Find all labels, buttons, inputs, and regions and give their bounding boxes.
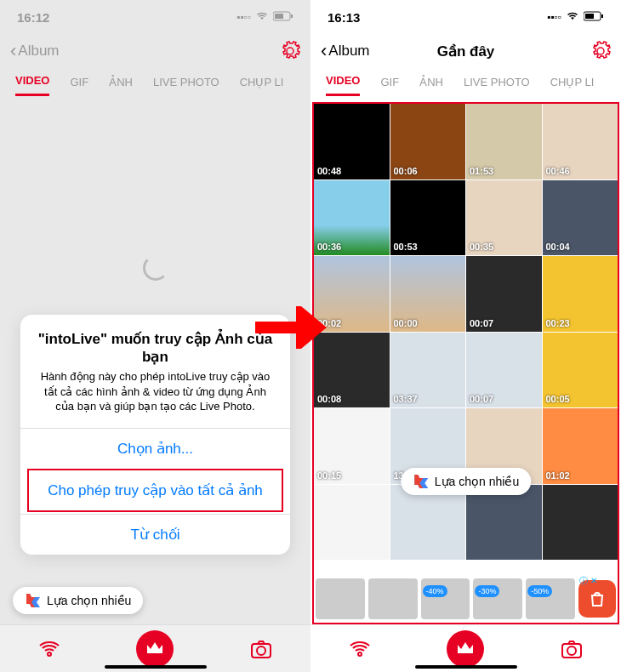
signal-icon: ▪▪▫▫ bbox=[547, 11, 561, 23]
video-thumb[interactable]: 00:23 bbox=[543, 256, 618, 332]
video-thumb[interactable]: 00:00 bbox=[390, 256, 466, 332]
wifi-icon[interactable] bbox=[348, 637, 372, 661]
dialog-allow-all-button[interactable]: Cho phép truy cập vào tất cả ảnh bbox=[27, 469, 283, 512]
battery-icon bbox=[273, 11, 293, 24]
ad-item[interactable]: -50% bbox=[526, 578, 575, 619]
status-bar: 16:12 ▪▪▫▫ bbox=[0, 0, 310, 34]
status-time: 16:12 bbox=[17, 10, 49, 25]
crown-icon bbox=[145, 641, 164, 657]
multi-select-label: Lựa chọn nhiều bbox=[47, 594, 131, 607]
video-thumb[interactable] bbox=[390, 485, 466, 561]
tab-video[interactable]: VIDEO bbox=[15, 74, 49, 96]
back-button[interactable]: ‹ Album bbox=[10, 40, 60, 62]
tab-gif[interactable]: GIF bbox=[70, 76, 88, 95]
dialog-title: "intoLive" muốn truy cập Ảnh của bạn bbox=[20, 315, 290, 369]
back-button[interactable]: ‹ Album bbox=[321, 40, 370, 62]
tab-livephoto[interactable]: LIVE PHOTO bbox=[464, 76, 530, 95]
ad-strip: -40% -30% -50% ⓘ ✕ bbox=[314, 575, 618, 623]
tab-chup[interactable]: CHỤP LI bbox=[550, 76, 595, 95]
page-title: Gần đây bbox=[437, 43, 495, 60]
camera-icon[interactable] bbox=[249, 637, 273, 661]
ad-item[interactable]: -40% bbox=[421, 578, 470, 619]
flag-icon bbox=[413, 475, 430, 488]
video-thumb[interactable]: 00:06 bbox=[390, 104, 466, 179]
multi-select-button[interactable]: Lựa chọn nhiều bbox=[401, 468, 531, 495]
header: ‹ Album bbox=[0, 34, 310, 68]
camera-icon[interactable] bbox=[560, 637, 584, 661]
arrow-annotation bbox=[255, 306, 332, 352]
back-label: Album bbox=[328, 43, 369, 60]
discount-badge: -40% bbox=[423, 585, 447, 597]
tab-anh[interactable]: ẢNH bbox=[419, 76, 443, 95]
video-thumb[interactable]: 01:02 bbox=[543, 408, 618, 484]
duration-label: 00:05 bbox=[546, 394, 570, 404]
video-thumb[interactable]: 00:46 bbox=[543, 104, 618, 179]
duration-label: 00:00 bbox=[394, 318, 418, 328]
dialog-deny-button[interactable]: Từ chối bbox=[20, 514, 290, 555]
ad-item[interactable] bbox=[316, 578, 365, 619]
chevron-left-icon: ‹ bbox=[10, 40, 16, 62]
status-indicators: ▪▪▫▫ bbox=[547, 11, 604, 24]
chevron-left-icon: ‹ bbox=[321, 40, 327, 62]
tab-chup[interactable]: CHỤP LI bbox=[240, 76, 284, 95]
duration-label: 03:37 bbox=[394, 394, 418, 404]
discount-badge: -50% bbox=[527, 585, 552, 597]
video-thumb[interactable]: 00:35 bbox=[466, 180, 542, 256]
video-thumb[interactable]: 00:07 bbox=[466, 256, 542, 332]
duration-label: 01:02 bbox=[546, 470, 570, 481]
duration-label: 01:53 bbox=[470, 166, 493, 176]
video-thumb[interactable]: 00:04 bbox=[543, 180, 618, 256]
gear-icon[interactable] bbox=[280, 41, 300, 61]
video-thumb[interactable]: 00:48 bbox=[314, 104, 390, 179]
tab-livephoto[interactable]: LIVE PHOTO bbox=[153, 76, 219, 95]
svg-rect-7 bbox=[601, 14, 603, 18]
status-time: 16:13 bbox=[328, 10, 360, 25]
permission-dialog: "intoLive" muốn truy cập Ảnh của bạn Hàn… bbox=[20, 315, 290, 555]
video-thumb[interactable]: 00:05 bbox=[543, 333, 618, 408]
battery-icon bbox=[584, 11, 604, 24]
video-thumb[interactable]: 00:07 bbox=[466, 333, 542, 408]
video-thumb[interactable]: 03:37 bbox=[390, 333, 466, 408]
video-thumb[interactable]: 00:15 bbox=[314, 408, 390, 484]
ad-item[interactable]: -30% bbox=[473, 578, 522, 619]
duration-label: 00:36 bbox=[317, 242, 341, 252]
multi-select-button[interactable]: Lựa chọn nhiều bbox=[13, 587, 143, 614]
dialog-select-photos-button[interactable]: Chọn ảnh... bbox=[20, 428, 290, 469]
crown-icon bbox=[456, 641, 475, 657]
duration-label: 00:35 bbox=[470, 242, 493, 252]
ad-info-icon[interactable]: ⓘ ✕ bbox=[579, 575, 597, 587]
crown-button[interactable] bbox=[136, 630, 174, 668]
video-thumb[interactable] bbox=[466, 485, 542, 561]
bag-icon bbox=[587, 589, 607, 609]
video-thumb[interactable]: 01:53 bbox=[466, 104, 542, 179]
duration-label: 00:46 bbox=[546, 166, 570, 176]
home-indicator bbox=[415, 665, 517, 669]
svg-point-9 bbox=[567, 646, 576, 655]
duration-label: 00:08 bbox=[317, 394, 341, 404]
crown-button[interactable] bbox=[447, 630, 484, 668]
video-thumb[interactable] bbox=[543, 485, 618, 561]
wifi-icon bbox=[566, 11, 579, 24]
duration-label: 00:48 bbox=[317, 166, 341, 176]
video-grid: 00:4800:0601:5300:4600:3600:5300:3500:04… bbox=[312, 102, 619, 624]
video-thumb[interactable] bbox=[314, 485, 390, 561]
wifi-icon[interactable] bbox=[37, 637, 61, 661]
dialog-message: Hành động này cho phép intoLive truy cập… bbox=[20, 369, 290, 428]
duration-label: 00:06 bbox=[394, 166, 418, 176]
gear-icon[interactable] bbox=[590, 41, 611, 61]
tab-anh[interactable]: ẢNH bbox=[109, 76, 133, 95]
tab-gif[interactable]: GIF bbox=[380, 76, 399, 95]
header: ‹ Album Gần đây bbox=[310, 34, 621, 68]
duration-label: 00:07 bbox=[470, 394, 493, 404]
tab-video[interactable]: VIDEO bbox=[326, 74, 360, 96]
ad-item[interactable] bbox=[368, 578, 418, 619]
status-bar: 16:13 ▪▪▫▫ bbox=[310, 0, 621, 34]
spinner-icon bbox=[143, 255, 168, 281]
video-thumb[interactable]: 00:53 bbox=[390, 180, 466, 256]
video-thumb[interactable]: 00:36 bbox=[314, 180, 390, 256]
signal-icon: ▪▪▫▫ bbox=[236, 11, 251, 23]
back-label: Album bbox=[18, 43, 59, 60]
discount-badge: -30% bbox=[475, 585, 499, 597]
duration-label: 00:53 bbox=[394, 242, 418, 252]
tabs: VIDEO GIF ẢNH LIVE PHOTO CHỤP LI bbox=[310, 68, 621, 102]
